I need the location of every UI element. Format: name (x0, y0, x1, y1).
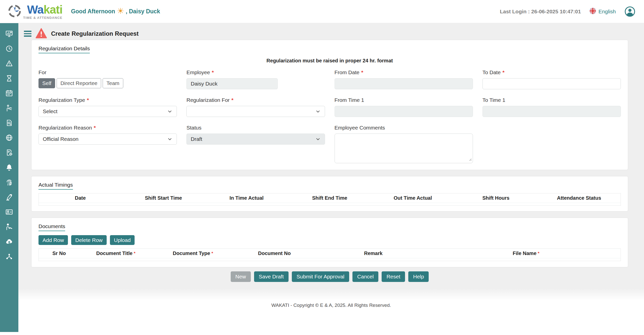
sidebar-item-orgnetwork[interactable] (5, 252, 13, 260)
pen-icon (5, 193, 13, 201)
column-header-document-type: Document Type* (152, 250, 234, 256)
add-row-button[interactable]: Add Row (38, 235, 68, 245)
to-date-field: To Date* (482, 69, 621, 89)
app-header: Wakati TIME & ATTENDANCE Good Afternoon … (0, 0, 644, 23)
sidebar-item-calendar[interactable] (5, 89, 13, 97)
network-icon (5, 253, 13, 260)
calendar-icon (5, 89, 13, 97)
chevron-down-icon (315, 109, 321, 114)
help-button[interactable]: Help (408, 271, 429, 282)
required-asterisk: * (87, 97, 89, 103)
from-time-1-label: From Time 1 (335, 97, 473, 103)
sidebar-item-training[interactable] (5, 223, 13, 231)
wakati-logo[interactable]: Wakati TIME & ATTENDANCE (8, 4, 62, 19)
to-date-input[interactable] (482, 78, 621, 89)
column-header-sr-no: Sr No (39, 250, 79, 256)
column-header-shift-hours: Shift Hours (454, 195, 537, 201)
section-heading-actual-timings: Actual Timings (38, 182, 73, 190)
fingerprint-icon (5, 178, 13, 186)
warning-triangle-icon (35, 28, 47, 39)
from-time-1-input (335, 106, 473, 117)
sidebar-item-signature[interactable] (5, 193, 13, 201)
required-asterisk: * (231, 97, 233, 103)
required-asterisk: * (212, 69, 214, 75)
profile-icon[interactable] (624, 6, 635, 17)
sidebar-item-policy[interactable] (5, 148, 13, 156)
sidebar-column (0, 23, 18, 335)
globe-icon (5, 134, 13, 142)
cancel-button[interactable]: Cancel (352, 271, 378, 282)
column-header-date: Date (39, 195, 122, 201)
sidebar-item-attendance[interactable] (5, 45, 13, 53)
workstation-icon (5, 104, 13, 112)
submit-for-approval-button[interactable]: Submit For Approval (292, 271, 349, 282)
to-time-1-label: To Time 1 (482, 97, 621, 103)
from-time-1-field: From Time 1 (335, 97, 473, 117)
for-label: For (38, 69, 177, 76)
document-gear-icon (5, 149, 13, 156)
column-header-shift-start-time: Shift Start Time (122, 195, 205, 201)
sidebar-item-pending[interactable] (5, 74, 13, 82)
regularization-reason-field: Regularization Reason* Official Reason (38, 124, 177, 145)
sidebar-item-dashboard[interactable] (5, 30, 13, 38)
documents-table: Sr No Document Title* Document Type* Doc… (38, 248, 621, 261)
last-login-text: Last Login : 26-06-2025 10:47:01 (500, 9, 581, 15)
delete-row-button[interactable]: Delete Row (71, 235, 107, 245)
column-header-remark: Remark (315, 250, 432, 256)
sidebar-item-notifications[interactable] (5, 163, 13, 171)
regularization-for-label: Regularization For (186, 97, 230, 103)
clock-logo-icon (8, 4, 22, 19)
section-heading-details: Regularization Details (38, 46, 90, 53)
sidebar-item-workstation[interactable] (5, 104, 13, 112)
documents-header-row: Sr No Document Title* Document Type* Doc… (39, 249, 621, 258)
regularization-reason-label: Regularization Reason (38, 125, 92, 131)
required-asterisk: * (211, 251, 213, 256)
save-draft-button[interactable]: Save Draft (254, 271, 289, 282)
for-field: For Self Direct Reportee Team (38, 69, 177, 89)
regularization-reason-select[interactable]: Official Reason (38, 134, 177, 145)
required-asterisk: * (94, 125, 96, 131)
for-option-team[interactable]: Team (103, 78, 123, 88)
hamburger-icon[interactable] (24, 31, 31, 37)
regularization-type-field: Regularization Type* Select (38, 97, 177, 117)
clock-icon (5, 45, 13, 53)
language-label: English (598, 9, 616, 15)
required-asterisk: * (134, 251, 136, 256)
language-selector[interactable]: English (589, 8, 616, 16)
employee-field: Employee* Daisy Duck (186, 69, 325, 89)
regularization-for-select[interactable] (186, 106, 325, 117)
actual-timings-empty-body (39, 203, 621, 205)
required-asterisk: * (538, 251, 540, 256)
sidebar-item-idcard[interactable] (5, 208, 13, 216)
sidebar-item-cloud[interactable] (5, 237, 13, 245)
column-header-attendance-status: Attendance Status (538, 195, 621, 201)
to-time-1-field: To Time 1 (482, 97, 621, 117)
new-button: New (231, 271, 251, 282)
column-header-in-time-actual: In Time Actual (205, 195, 288, 201)
reset-button[interactable]: Reset (382, 271, 405, 282)
actual-timings-card: Actual Timings Date Shift Start Time In … (31, 176, 628, 212)
chevron-down-icon (315, 136, 321, 142)
uk-flag-icon (589, 8, 596, 16)
sidebar-item-geo[interactable] (5, 134, 13, 142)
sun-icon (117, 8, 124, 16)
column-header-document-no: Document No (234, 250, 315, 256)
sidebar-item-exceptions[interactable] (5, 59, 13, 67)
employee-comments-textarea[interactable] (335, 134, 473, 163)
sidebar-item-audit[interactable] (5, 119, 13, 127)
employee-comments-field: Employee Comments (335, 124, 473, 163)
resize-handle-icon[interactable] (468, 157, 472, 162)
from-date-input (335, 78, 473, 89)
brand-name: Wakati (27, 4, 63, 15)
chevron-down-icon (167, 109, 173, 114)
regularization-type-select[interactable]: Select (38, 106, 177, 117)
column-header-file-name: File Name* (431, 250, 621, 256)
column-header-document-title: Document Title* (79, 250, 152, 256)
greeting-username: , Daisy Duck (126, 8, 160, 15)
for-option-self[interactable]: Self (38, 78, 55, 88)
sidebar-item-biometric[interactable] (5, 178, 13, 186)
page-title: Create Regularization Request (51, 30, 139, 37)
upload-button[interactable]: Upload (110, 235, 135, 245)
for-option-direct-reportee[interactable]: Direct Reportee (57, 78, 101, 88)
brand-tagline: TIME & ATTENDANCE (23, 16, 62, 19)
